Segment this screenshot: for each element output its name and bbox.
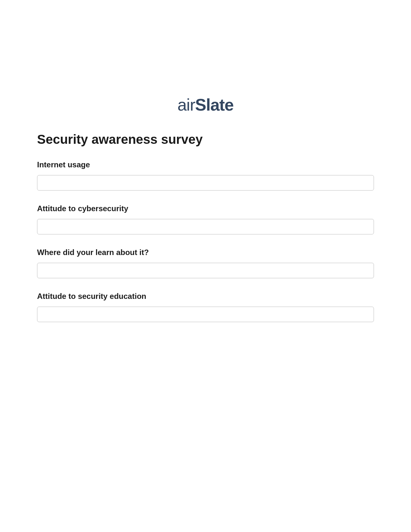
input-learn-about[interactable] bbox=[37, 263, 374, 278]
input-security-education[interactable] bbox=[37, 307, 374, 322]
label-internet-usage: Internet usage bbox=[37, 160, 374, 169]
logo: airSlate bbox=[37, 95, 374, 114]
form-group-security-education: Attitude to security education bbox=[37, 292, 374, 322]
label-cybersecurity: Attitude to cybersecurity bbox=[37, 204, 374, 213]
label-security-education: Attitude to security education bbox=[37, 292, 374, 301]
logo-prefix: air bbox=[177, 95, 195, 114]
logo-suffix: Slate bbox=[195, 95, 233, 114]
page-title: Security awareness survey bbox=[37, 132, 374, 147]
form-container: airSlate Security awareness survey Inter… bbox=[0, 0, 411, 322]
logo-text: airSlate bbox=[177, 95, 233, 114]
label-learn-about: Where did your learn about it? bbox=[37, 248, 374, 257]
form-group-internet-usage: Internet usage bbox=[37, 160, 374, 191]
input-internet-usage[interactable] bbox=[37, 175, 374, 191]
form-group-cybersecurity: Attitude to cybersecurity bbox=[37, 204, 374, 234]
form-group-learn-about: Where did your learn about it? bbox=[37, 248, 374, 278]
input-cybersecurity[interactable] bbox=[37, 219, 374, 234]
